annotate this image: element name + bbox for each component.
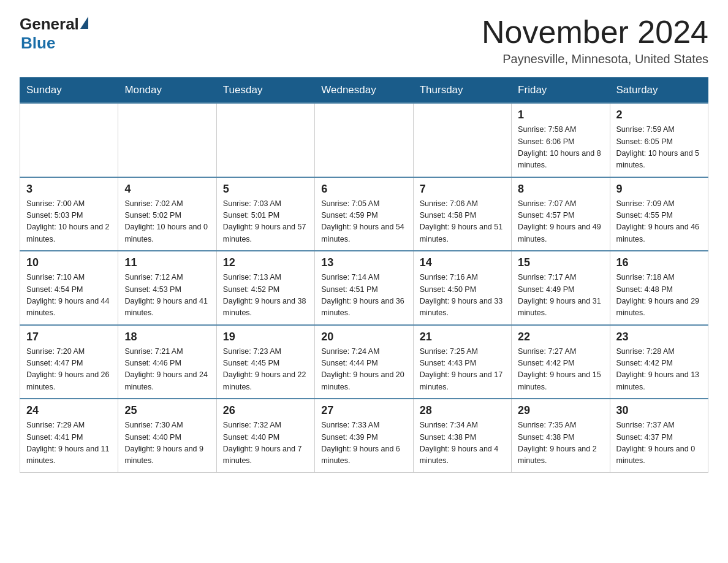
day-info: Sunrise: 7:09 AM Sunset: 4:55 PM Dayligh… [616,198,702,246]
day-info: Sunrise: 7:27 AM Sunset: 4:42 PM Dayligh… [518,346,603,394]
calendar-day-cell: 25Sunrise: 7:30 AM Sunset: 4:40 PM Dayli… [118,399,216,472]
day-info: Sunrise: 7:23 AM Sunset: 4:45 PM Dayligh… [223,346,308,394]
day-info: Sunrise: 7:24 AM Sunset: 4:44 PM Dayligh… [321,346,406,394]
day-info: Sunrise: 7:28 AM Sunset: 4:42 PM Dayligh… [616,346,702,394]
day-info: Sunrise: 7:06 AM Sunset: 4:58 PM Dayligh… [420,198,505,246]
day-info: Sunrise: 7:34 AM Sunset: 4:38 PM Dayligh… [420,419,505,467]
day-info: Sunrise: 7:12 AM Sunset: 4:53 PM Dayligh… [124,272,210,320]
weekday-header-cell: Tuesday [216,78,314,104]
day-number: 10 [26,256,112,269]
calendar-day-cell: 3Sunrise: 7:00 AM Sunset: 5:03 PM Daylig… [20,177,118,251]
calendar-body: 1Sunrise: 7:58 AM Sunset: 6:06 PM Daylig… [20,103,708,472]
day-info: Sunrise: 7:02 AM Sunset: 5:02 PM Dayligh… [124,198,210,246]
day-number: 5 [223,183,308,196]
day-info: Sunrise: 7:30 AM Sunset: 4:40 PM Dayligh… [124,419,210,467]
day-info: Sunrise: 7:33 AM Sunset: 4:39 PM Dayligh… [321,419,406,467]
day-number: 4 [124,183,210,196]
day-number: 25 [124,404,210,417]
day-number: 9 [616,183,702,196]
calendar-day-cell: 7Sunrise: 7:06 AM Sunset: 4:58 PM Daylig… [413,177,511,251]
day-number: 17 [26,331,112,343]
day-info: Sunrise: 7:05 AM Sunset: 4:59 PM Dayligh… [321,198,406,246]
month-title: November 2024 [482,15,708,50]
day-number: 7 [420,183,505,196]
calendar-day-cell: 16Sunrise: 7:18 AM Sunset: 4:48 PM Dayli… [610,251,708,325]
calendar-day-cell: 29Sunrise: 7:35 AM Sunset: 4:38 PM Dayli… [512,399,610,472]
calendar-day-cell: 4Sunrise: 7:02 AM Sunset: 5:02 PM Daylig… [118,177,216,251]
day-info: Sunrise: 7:20 AM Sunset: 4:47 PM Dayligh… [26,346,112,394]
calendar-day-cell: 19Sunrise: 7:23 AM Sunset: 4:45 PM Dayli… [216,325,314,399]
calendar-day-cell: 2Sunrise: 7:59 AM Sunset: 6:05 PM Daylig… [610,103,708,177]
calendar-day-cell: 28Sunrise: 7:34 AM Sunset: 4:38 PM Dayli… [413,399,511,472]
calendar-day-cell [413,103,511,177]
logo-blue-text: Blue [21,34,55,53]
calendar-day-cell: 13Sunrise: 7:14 AM Sunset: 4:51 PM Dayli… [315,251,413,325]
calendar-week-row: 17Sunrise: 7:20 AM Sunset: 4:47 PM Dayli… [20,325,708,399]
day-number: 18 [124,331,210,343]
weekday-header-cell: Friday [512,78,610,104]
day-info: Sunrise: 7:00 AM Sunset: 5:03 PM Dayligh… [26,198,112,246]
day-info: Sunrise: 7:13 AM Sunset: 4:52 PM Dayligh… [223,272,308,320]
day-info: Sunrise: 7:32 AM Sunset: 4:40 PM Dayligh… [223,419,308,467]
page-header: General Blue November 2024 Paynesville, … [20,15,708,66]
calendar-week-row: 3Sunrise: 7:00 AM Sunset: 5:03 PM Daylig… [20,177,708,251]
calendar-day-cell: 12Sunrise: 7:13 AM Sunset: 4:52 PM Dayli… [216,251,314,325]
calendar-day-cell [118,103,216,177]
calendar-day-cell: 11Sunrise: 7:12 AM Sunset: 4:53 PM Dayli… [118,251,216,325]
day-number: 1 [518,109,603,121]
weekday-header-cell: Thursday [413,78,511,104]
day-number: 21 [420,331,505,343]
calendar-day-cell: 23Sunrise: 7:28 AM Sunset: 4:42 PM Dayli… [610,325,708,399]
calendar-day-cell: 9Sunrise: 7:09 AM Sunset: 4:55 PM Daylig… [610,177,708,251]
day-number: 12 [223,256,308,269]
logo-triangle-icon [80,17,88,29]
calendar-day-cell: 22Sunrise: 7:27 AM Sunset: 4:42 PM Dayli… [512,325,610,399]
day-number: 27 [321,404,406,417]
location-title: Paynesville, Minnesota, United States [482,52,708,66]
day-number: 30 [616,404,702,417]
calendar-day-cell: 18Sunrise: 7:21 AM Sunset: 4:46 PM Dayli… [118,325,216,399]
logo-general-text: General [20,15,79,34]
day-number: 23 [616,331,702,343]
day-number: 24 [26,404,112,417]
day-number: 28 [420,404,505,417]
calendar-day-cell: 1Sunrise: 7:58 AM Sunset: 6:06 PM Daylig… [512,103,610,177]
day-number: 14 [420,256,505,269]
day-info: Sunrise: 7:58 AM Sunset: 6:06 PM Dayligh… [518,124,603,172]
calendar-day-cell [315,103,413,177]
weekday-header-cell: Wednesday [315,78,413,104]
day-info: Sunrise: 7:07 AM Sunset: 4:57 PM Dayligh… [518,198,603,246]
calendar-day-cell: 15Sunrise: 7:17 AM Sunset: 4:49 PM Dayli… [512,251,610,325]
day-number: 20 [321,331,406,343]
calendar-day-cell: 10Sunrise: 7:10 AM Sunset: 4:54 PM Dayli… [20,251,118,325]
day-info: Sunrise: 7:17 AM Sunset: 4:49 PM Dayligh… [518,272,603,320]
day-number: 13 [321,256,406,269]
day-number: 15 [518,256,603,269]
day-info: Sunrise: 7:18 AM Sunset: 4:48 PM Dayligh… [616,272,702,320]
calendar-day-cell: 21Sunrise: 7:25 AM Sunset: 4:43 PM Dayli… [413,325,511,399]
calendar-day-cell [216,103,314,177]
day-info: Sunrise: 7:35 AM Sunset: 4:38 PM Dayligh… [518,419,603,467]
calendar-table: SundayMondayTuesdayWednesdayThursdayFrid… [20,77,708,473]
calendar-day-cell [20,103,118,177]
day-info: Sunrise: 7:03 AM Sunset: 5:01 PM Dayligh… [223,198,308,246]
weekday-header-cell: Sunday [20,78,118,104]
weekday-header-cell: Saturday [610,78,708,104]
day-number: 8 [518,183,603,196]
day-info: Sunrise: 7:37 AM Sunset: 4:37 PM Dayligh… [616,419,702,467]
day-info: Sunrise: 7:59 AM Sunset: 6:05 PM Dayligh… [616,124,702,172]
calendar-week-row: 24Sunrise: 7:29 AM Sunset: 4:41 PM Dayli… [20,399,708,472]
title-section: November 2024 Paynesville, Minnesota, Un… [482,15,708,66]
day-number: 19 [223,331,308,343]
day-number: 2 [616,109,702,121]
logo: General Blue [20,15,89,53]
day-number: 22 [518,331,603,343]
day-number: 3 [26,183,112,196]
day-info: Sunrise: 7:14 AM Sunset: 4:51 PM Dayligh… [321,272,406,320]
calendar-week-row: 10Sunrise: 7:10 AM Sunset: 4:54 PM Dayli… [20,251,708,325]
calendar-day-cell: 5Sunrise: 7:03 AM Sunset: 5:01 PM Daylig… [216,177,314,251]
calendar-day-cell: 20Sunrise: 7:24 AM Sunset: 4:44 PM Dayli… [315,325,413,399]
day-info: Sunrise: 7:21 AM Sunset: 4:46 PM Dayligh… [124,346,210,394]
calendar-day-cell: 27Sunrise: 7:33 AM Sunset: 4:39 PM Dayli… [315,399,413,472]
day-number: 29 [518,404,603,417]
